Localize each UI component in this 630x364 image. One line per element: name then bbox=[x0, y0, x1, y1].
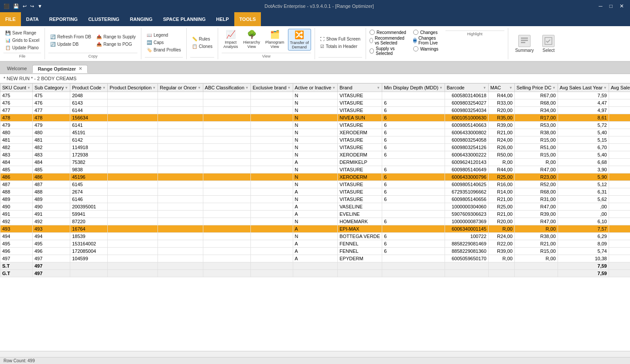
rules-btn[interactable]: 📏 Rules bbox=[190, 36, 214, 42]
transfer-demand-btn[interactable]: 🔀 Transfer ofDemand bbox=[288, 29, 311, 51]
col-mdd[interactable]: Min Display Depth (MDD)▼ bbox=[382, 84, 445, 92]
table-row[interactable]: 48048045191NXERODERM66006433000802R21,00… bbox=[0, 129, 630, 136]
hierarchy-view-btn[interactable]: 🌳 HierarchyView bbox=[241, 29, 262, 50]
refresh-db-btn[interactable]: 🔄 Refresh From DB bbox=[48, 34, 93, 40]
col-regular[interactable]: Regular or Oncer▼ bbox=[158, 84, 203, 92]
menu-file[interactable]: FILE bbox=[0, 12, 21, 26]
grid-container[interactable]: SKU Count▼ Sub Category▼ Product Code▼ P… bbox=[0, 83, 630, 351]
col-mac[interactable]: MAC▼ bbox=[488, 84, 514, 92]
col-active[interactable]: Active or Inactive▼ bbox=[293, 84, 338, 92]
qat-custom[interactable]: ▼ bbox=[38, 3, 42, 9]
table-row[interactable]: 495495153164002AFENNEL68858229081469R22,… bbox=[0, 240, 630, 248]
col-sku-count[interactable]: SKU Count▼ bbox=[0, 84, 33, 92]
totals-in-header-btn[interactable]: ☑ Totals in Header bbox=[318, 43, 362, 50]
radio-recommended[interactable]: Recommended bbox=[370, 30, 406, 35]
table-cell: 6 bbox=[382, 196, 445, 203]
qat-save[interactable]: 💾 bbox=[13, 3, 19, 9]
table-cell: R,00 bbox=[488, 255, 514, 262]
menu-ranging[interactable]: RANGING bbox=[125, 12, 158, 26]
table-row[interactable]: 48448475382ADERMIKELP6009624120143R,00R,… bbox=[0, 159, 630, 166]
table-row[interactable]: 4874876145NVITASURE66009805140625R16,00R… bbox=[0, 181, 630, 188]
menu-data[interactable]: DATA bbox=[21, 12, 44, 26]
tab-welcome[interactable]: Welcome bbox=[2, 65, 32, 72]
col-selling-price[interactable]: Selling Price DC▼ bbox=[514, 84, 558, 92]
col-product-code[interactable]: Product Code▼ bbox=[70, 84, 108, 92]
col-sub-category[interactable]: Sub Category▼ bbox=[32, 84, 70, 92]
table-row[interactable]: 4884882674AVITASURE66729351096662R14,00R… bbox=[0, 188, 630, 196]
radio-changes[interactable]: Changes bbox=[413, 30, 438, 35]
range-to-pog-btn[interactable]: 📤 Range to POG bbox=[95, 41, 137, 48]
radio-warnings[interactable]: Warnings bbox=[413, 46, 438, 51]
summary-btn[interactable]: Summary bbox=[512, 33, 538, 54]
table-cell bbox=[158, 203, 203, 211]
close-tab-icon[interactable]: ✕ bbox=[79, 66, 82, 71]
table-cell bbox=[108, 255, 158, 262]
update-plano-btn[interactable]: 📋 Update Plano bbox=[3, 44, 41, 51]
col-avg-this[interactable]: Avg Sales This Year▼ bbox=[609, 84, 630, 92]
table-cell: 6 bbox=[382, 233, 445, 240]
col-avg-last[interactable]: Avg Sales Last Year▼ bbox=[558, 84, 609, 92]
show-full-screen-btn[interactable]: ⛶ Show Full Screen bbox=[318, 36, 362, 42]
table-cell bbox=[158, 196, 203, 203]
update-db-btn[interactable]: 🔄 Update DB bbox=[48, 41, 93, 48]
menu-space-planning[interactable]: SPACE PLANNING bbox=[158, 12, 211, 26]
planogram-view-btn[interactable]: 🗂️ PlanogramView bbox=[264, 29, 286, 50]
table-row[interactable]: 497497104599AEPYDERM6005059650170R,00R,0… bbox=[0, 255, 630, 262]
table-cell: VITASURE bbox=[338, 122, 382, 129]
radio-changes-from-live[interactable]: Changes From Live bbox=[413, 36, 438, 45]
table-cell: 200395001 bbox=[70, 203, 108, 211]
table-row[interactable]: 4774776144NVITASURE66009803254034R20,00R… bbox=[0, 107, 630, 114]
save-range-btn[interactable]: 💾 Save Range bbox=[3, 30, 41, 36]
table-cell: R34,00 bbox=[514, 107, 558, 114]
table-cell: A bbox=[293, 159, 338, 166]
legend-btn[interactable]: 📖 Legend bbox=[145, 32, 183, 38]
table-row[interactable]: 4794796141NVITASURE66009805140663R39,00R… bbox=[0, 122, 630, 129]
caps-btn[interactable]: 🔤 Caps bbox=[145, 39, 183, 46]
table-cell: 491 bbox=[0, 211, 33, 218]
table-row[interactable]: 4814816142NVITASURE66009803254058R24,00R… bbox=[0, 136, 630, 144]
table-cell bbox=[203, 136, 250, 144]
table-row[interactable]: 49249287220NHOMEMARK61000000087369R20,00… bbox=[0, 218, 630, 225]
impact-analysis-btn[interactable]: 📈 ImpactAnalysis bbox=[222, 29, 240, 50]
table-row[interactable]: 49149159941AEVELINE5907609306623R21,00R3… bbox=[0, 211, 630, 218]
menu-reporting[interactable]: REPORTING bbox=[44, 12, 83, 26]
close-btn[interactable]: ✕ bbox=[617, 2, 627, 10]
grids-to-excel-btn[interactable]: 📊 Grids to Excel bbox=[3, 37, 41, 44]
qat-undo[interactable]: ↩ bbox=[23, 3, 27, 9]
table-row[interactable]: 496496172085004AFENNEL68858229081360R39,… bbox=[0, 248, 630, 255]
table-row[interactable]: 478478156634NNIVEA SUN66001051000630R35,… bbox=[0, 114, 630, 122]
table-row[interactable]: 49349316764AEPI-MAX6006340001145R,00R,00… bbox=[0, 225, 630, 233]
radio-supply-vs-sel[interactable]: Supply vs Selected bbox=[370, 46, 406, 56]
col-exclusive-brand[interactable]: Exclusive brand▼ bbox=[250, 84, 293, 92]
maximize-btn[interactable]: □ bbox=[607, 2, 615, 10]
table-row[interactable]: 483483172938NXERODERM66006433000222R50,0… bbox=[0, 151, 630, 159]
col-barcode[interactable]: Barcode▼ bbox=[445, 84, 488, 92]
menu-help[interactable]: HELP bbox=[211, 12, 234, 26]
table-row[interactable]: 49449418539NBOTTEGA VERDE6100722R24,00R3… bbox=[0, 233, 630, 240]
table-row[interactable]: 48648645196NXERODERM66006433000796R25,00… bbox=[0, 173, 630, 181]
table-row[interactable]: 490490200395001AVASELINE1000000304060R25… bbox=[0, 203, 630, 211]
table-cell: VASELINE bbox=[338, 203, 382, 211]
col-abc[interactable]: ABC Classification▼ bbox=[203, 84, 250, 92]
clones-btn[interactable]: 📋 Clones bbox=[190, 43, 214, 50]
table-row[interactable]: 482482114918NVITASURE66009803254126R26,0… bbox=[0, 144, 630, 151]
range-to-supply-btn[interactable]: 📤 Range to Supply bbox=[95, 34, 137, 40]
col-product-desc[interactable]: Product Description▼ bbox=[108, 84, 158, 92]
minimize-btn[interactable]: ─ bbox=[596, 2, 605, 10]
table-row[interactable]: 4764766143NVITASURE66009803254027R33,00R… bbox=[0, 99, 630, 107]
tab-range-optimizer[interactable]: Range Optimizer ✕ bbox=[32, 65, 88, 73]
ribbon-group-legend: 📖 Legend 🔤 Caps 🏷️ Brand Profiles bbox=[141, 28, 187, 59]
select-btn[interactable]: Select bbox=[539, 33, 558, 54]
table-cell: 6144 bbox=[70, 107, 108, 114]
table-row[interactable]: 4754752048NVITASURE6005803140618R44,00R6… bbox=[0, 92, 630, 99]
table-row[interactable]: 4854859838NVITASURE66009805140649R44,00R… bbox=[0, 166, 630, 173]
col-brand[interactable]: Brand▼ bbox=[338, 84, 382, 92]
horizontal-scrollbar[interactable] bbox=[0, 351, 630, 357]
menu-clustering[interactable]: CLUSTERING bbox=[83, 12, 125, 26]
radio-rec-vs-sel[interactable]: Recommended vs Selected bbox=[370, 36, 406, 45]
qat-redo[interactable]: ↪ bbox=[30, 3, 34, 9]
brand-profiles-btn[interactable]: 🏷️ Brand Profiles bbox=[145, 47, 183, 53]
table-row[interactable]: 4894896146NVITASURE66009805140656R21,00R… bbox=[0, 196, 630, 203]
menu-tools[interactable]: TOOLS bbox=[234, 12, 261, 26]
footer-cell bbox=[445, 270, 488, 277]
